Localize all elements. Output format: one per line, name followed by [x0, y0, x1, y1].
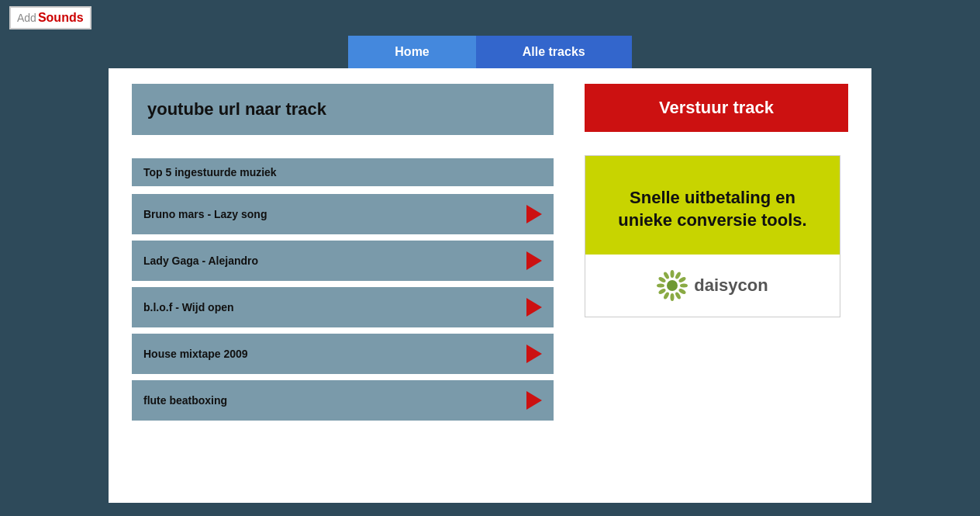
track-item-3[interactable]: b.l.o.f - Wijd open	[132, 287, 554, 327]
header: Add Sounds	[0, 0, 980, 36]
track-list: Bruno mars - Lazy song Lady Gaga - Aleja…	[132, 194, 554, 421]
play-button-5[interactable]	[526, 391, 542, 410]
svg-point-3	[680, 284, 688, 288]
track-title-2: Lady Gaga - Alejandro	[143, 255, 258, 267]
daisycon-logo: daisycon	[657, 270, 768, 301]
track-item-2[interactable]: Lady Gaga - Alejandro	[132, 241, 554, 281]
ad-white-section: daisycon	[585, 255, 840, 317]
logo-add: Add	[17, 12, 36, 24]
nav-alltracks[interactable]: Alle tracks	[476, 36, 632, 68]
svg-point-9	[657, 284, 664, 288]
svg-point-1	[675, 272, 682, 280]
url-input-row	[132, 84, 554, 135]
track-title-5: flute beatboxing	[143, 394, 227, 407]
daisycon-flower-icon	[657, 270, 688, 301]
ad-green-section: Snelle uitbetaling en unieke conversie t…	[585, 156, 840, 255]
ad-green-text: Snelle uitbetaling en unieke conversie t…	[601, 187, 824, 231]
right-column: Verstuur track Snelle uitbetaling en uni…	[585, 84, 848, 427]
svg-point-2	[678, 276, 687, 283]
svg-point-4	[678, 288, 687, 295]
svg-point-12	[667, 280, 678, 291]
daisycon-brand-name: daisycon	[694, 275, 768, 296]
ad-banner: Snelle uitbetaling en unieke conversie t…	[585, 155, 840, 317]
track-item-4[interactable]: House mixtape 2009	[132, 334, 554, 374]
svg-point-6	[671, 293, 675, 301]
logo: Add Sounds	[9, 6, 91, 29]
nav: Home Alle tracks	[0, 36, 980, 68]
content-wrapper: Top 5 ingestuurde muziek Bruno mars - La…	[132, 84, 848, 427]
track-title-1: Bruno mars - Lazy song	[143, 208, 267, 220]
youtube-url-input[interactable]	[132, 84, 554, 135]
main-content: Top 5 ingestuurde muziek Bruno mars - La…	[109, 68, 871, 503]
track-title-4: House mixtape 2009	[143, 348, 248, 360]
play-button-4[interactable]	[526, 345, 542, 363]
play-button-1[interactable]	[526, 205, 542, 223]
play-button-2[interactable]	[526, 251, 542, 270]
svg-point-0	[671, 270, 675, 278]
track-title-3: b.l.o.f - Wijd open	[143, 301, 234, 313]
submit-track-button[interactable]: Verstuur track	[585, 84, 848, 132]
svg-point-11	[663, 272, 670, 280]
left-column: Top 5 ingestuurde muziek Bruno mars - La…	[132, 84, 554, 427]
track-item-5[interactable]: flute beatboxing	[132, 380, 554, 421]
svg-point-5	[675, 292, 682, 300]
svg-point-8	[658, 288, 667, 295]
svg-point-7	[663, 292, 670, 300]
section-title: Top 5 ingestuurde muziek	[132, 158, 554, 186]
play-button-3[interactable]	[526, 298, 542, 317]
logo-sounds: Sounds	[38, 11, 84, 25]
track-item-1[interactable]: Bruno mars - Lazy song	[132, 194, 554, 234]
svg-point-10	[658, 276, 667, 283]
nav-home[interactable]: Home	[348, 36, 475, 68]
